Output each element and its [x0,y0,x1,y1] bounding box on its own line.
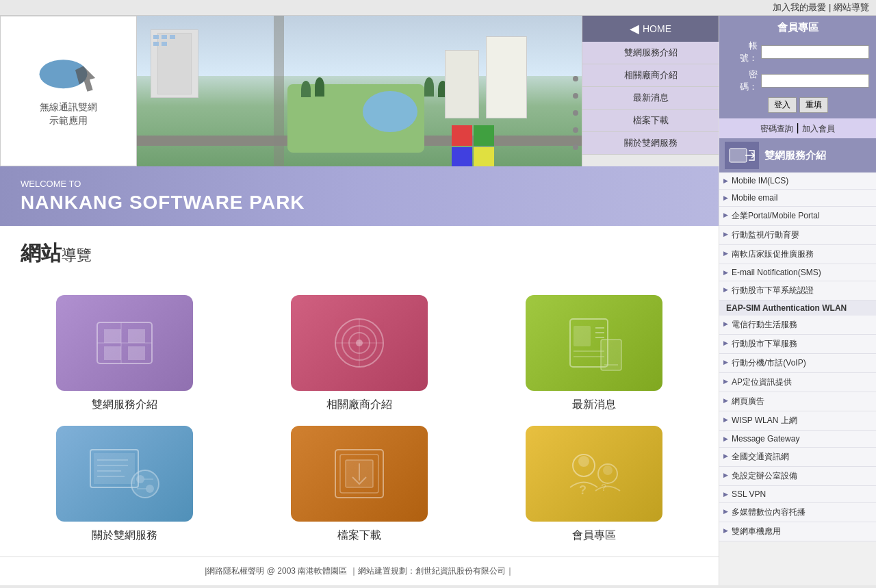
menu-item-17[interactable]: SSL VPN [719,486,876,503]
menu-item-5[interactable]: E-mail Notification(SMS) [719,264,876,281]
logo-text: 無線通訊雙網 示範應用 [40,101,97,127]
password-query-link[interactable]: 密碼查詢 [760,124,793,133]
grid-item-news[interactable]: 最新消息 [484,295,705,412]
menu-item-10[interactable]: 行動分機/市話(VoIP) [719,354,876,373]
home-label: HOME [643,23,671,34]
member-grid-label: 會員專區 [572,528,616,543]
icon-grid: 雙網服務介紹 相關廠商介紹 [0,295,719,557]
menu-item-1[interactable]: Mobile email [719,190,876,207]
nav-download[interactable]: 檔案下載 [582,110,719,132]
nav-home-button[interactable]: HOME [582,16,719,42]
nav-about[interactable]: 關於雙網服務 [582,132,719,155]
site-nav-title: 網站導覽 [21,240,698,268]
city-scene [137,16,582,166]
grid-item-member[interactable]: ? ? 會員專區 [484,426,705,543]
svg-rect-4 [104,346,121,360]
menu-item-19[interactable]: 雙網車機應用 [719,522,876,541]
welcome-title: NANKANG SOFTWARE PARK [21,192,698,214]
svg-rect-3 [128,329,145,343]
svg-rect-15 [574,326,591,346]
menu-item-16[interactable]: 免設定辦公室設備 [719,467,876,486]
join-member-link[interactable]: 加入會員 [802,124,835,133]
member-section-title: 會員專區 [726,21,869,34]
right-sidebar: 會員專區 帳 號： 密 碼： 登入 重填 密碼查詢 | 加入會員 [719,16,876,585]
menu-item-2[interactable]: 企業Portal/Mobile Portal [719,207,876,226]
site-map-link[interactable]: 網站導覽 [834,2,869,12]
content-area: 無線通訊雙網 示範應用 [0,16,719,585]
grid-item-vendor[interactable]: 相關廠商介紹 [248,295,469,412]
main-wrapper: 無線通訊雙網 示範應用 [0,16,876,585]
menu-item-9[interactable]: 行動股市下單服務 [719,335,876,354]
vendor-icon [291,295,428,391]
welcome-text: WELCOME TO [21,179,698,189]
menu-item-18[interactable]: 多媒體數位內容托播 [719,503,876,522]
footer: |網路隱私權聲明 @ 2003 南港軟體園區 ｜網站建置規劃：創世紀資訊股份有限… [0,557,719,585]
menu-item-11[interactable]: AP定位資訊提供 [719,373,876,392]
nav-news[interactable]: 最新消息 [582,87,719,110]
menu-item-0[interactable]: Mobile IM(LCS) [719,172,876,190]
download-label: 檔案下載 [337,528,381,543]
top-bar: 加入我的最愛 | 網站導覽 [0,0,876,16]
grid-item-about[interactable]: 關於雙網服務 [14,426,235,543]
service-intro-sidebar: 雙網服務介紹 [719,138,876,172]
svg-text:?: ? [579,483,587,497]
nav-vendor[interactable]: 相關廠商介紹 [582,64,719,87]
banner-img [137,16,582,166]
service-label: 雙網服務介紹 [92,398,157,412]
news-label: 最新消息 [572,398,616,412]
svg-point-29 [131,470,159,498]
menu-item-4[interactable]: 南軟店家販促推廣服務 [719,245,876,264]
account-input[interactable] [761,45,869,59]
nav-panel: HOME 雙網服務介紹 相關廠商介紹 最新消息 檔案下載 關於雙網服務 [582,16,719,166]
svg-point-41 [603,465,613,475]
service-icon [56,295,193,391]
about-label: 關於雙網服務 [92,528,157,543]
menu-item-13[interactable]: WISP WLAN 上網 [719,411,876,431]
add-favorites-link[interactable]: 加入我的最愛 [773,2,826,12]
vendor-label: 相關廠商介紹 [326,398,392,412]
sidebar-menu: Mobile IM(LCS) Mobile email 企業Portal/Mob… [719,172,876,541]
reset-button[interactable]: 重填 [799,97,828,113]
download-icon [291,426,428,522]
password-label: 密 碼： [726,68,758,93]
service-intro-icon [725,142,759,169]
svg-point-31 [146,485,154,493]
login-button[interactable]: 登入 [768,97,797,113]
svg-rect-24 [94,453,135,484]
menu-item-12[interactable]: 網頁廣告 [719,392,876,411]
menu-item-14[interactable]: Message Gateway [719,431,876,448]
news-icon [526,295,662,391]
welcome-banner: WELCOME TO NANKANG SOFTWARE PARK [0,166,719,226]
about-icon [56,426,193,522]
grid-item-service[interactable]: 雙網服務介紹 [14,295,235,412]
service-intro-title: 雙網服務介紹 [764,149,826,162]
menu-item-6[interactable]: 行動股市下單系統認證 [719,281,876,301]
svg-point-39 [578,456,589,467]
menu-item-3[interactable]: 行動監視/行動育嬰 [719,226,876,245]
menu-section-7: EAP-SIM Authentication WLAN [719,301,876,316]
password-row: 密 碼： [726,68,869,93]
footer-text: |網路隱私權聲明 @ 2003 南港軟體園區 ｜網站建置規劃：創世紀資訊股份有限… [205,566,513,576]
member-links: 密碼查詢 | 加入會員 [719,118,876,138]
svg-rect-2 [104,329,121,343]
logo-box: 無線通訊雙網 示範應用 [0,16,137,166]
member-icon: ? ? [526,426,662,522]
password-input[interactable] [761,74,869,88]
svg-rect-5 [128,346,145,360]
header-row: 無線通訊雙網 示範應用 [0,16,719,166]
account-row: 帳 號： [726,40,869,64]
svg-rect-44 [730,149,747,162]
account-label: 帳 號： [726,40,758,64]
menu-item-8[interactable]: 電信行動生活服務 [719,316,876,335]
svg-point-30 [136,475,144,483]
member-section: 會員專區 帳 號： 密 碼： 登入 重填 [719,16,876,118]
logo-icon [34,54,103,95]
svg-text:?: ? [601,482,607,493]
menu-item-15[interactable]: 全國交通資訊網 [719,448,876,467]
separator: | [829,2,834,12]
site-nav: 網站導覽 [0,226,719,295]
grid-item-download[interactable]: 檔案下載 [248,426,469,543]
svg-rect-21 [601,340,621,370]
member-buttons: 登入 重填 [726,97,869,113]
nav-service-intro[interactable]: 雙網服務介紹 [582,42,719,64]
